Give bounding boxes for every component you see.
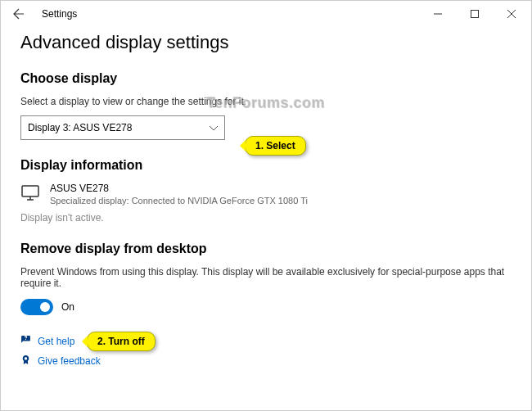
help-icon [20,335,31,348]
display-info-section: Display information ASUS VE278 Specializ… [20,158,512,224]
content-area: Advanced display settings Choose display… [1,27,531,368]
display-select-dropdown[interactable]: Display 3: ASUS VE278 [20,115,225,140]
back-button[interactable] [2,1,35,27]
give-feedback-link[interactable]: Give feedback [20,355,512,368]
titlebar: Settings [1,1,531,27]
choose-display-heading: Choose display [20,71,512,86]
close-button[interactable] [493,1,530,27]
svg-rect-2 [22,186,38,196]
feedback-icon [20,355,31,368]
callout-turnoff: 2. Turn off [87,332,156,351]
remove-display-heading: Remove display from desktop [20,242,512,256]
window-title: Settings [42,8,77,20]
display-info-heading: Display information [20,158,512,173]
minimize-button[interactable] [419,1,456,27]
svg-rect-1 [471,11,478,18]
remove-display-section: Remove display from desktop Prevent Wind… [20,242,512,315]
give-feedback-label: Give feedback [38,355,101,367]
page-title: Advanced display settings [20,32,512,53]
remove-display-toggle[interactable] [20,299,53,315]
monitor-icon [20,183,40,206]
toggle-knob [40,302,50,312]
choose-display-section: Choose display Select a display to view … [20,71,512,140]
chevron-down-icon [210,124,218,133]
callout-select: 1. Select [245,136,306,156]
maximize-button[interactable] [456,1,493,27]
get-help-label: Get help [38,336,74,347]
remove-display-desc: Prevent Windows from using this display.… [20,266,512,289]
display-name: ASUS VE278 [50,183,308,194]
choose-display-help: Select a display to view or change the s… [20,96,512,107]
dropdown-value: Display 3: ASUS VE278 [28,122,132,133]
display-desc: Specialized display: Connected to NVIDIA… [50,196,308,206]
toggle-label: On [61,301,74,313]
window-controls [419,1,530,27]
back-arrow-icon [12,7,25,20]
maximize-icon [471,10,479,18]
display-inactive-text: Display isn't active. [20,212,512,224]
minimize-icon [434,10,442,18]
close-icon [507,10,516,18]
